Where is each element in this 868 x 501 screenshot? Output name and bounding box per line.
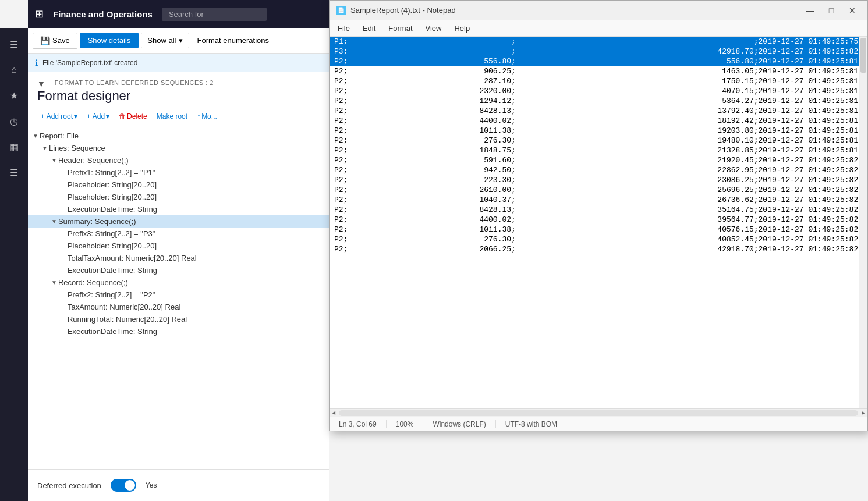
notepad-row[interactable]: P2;223.30;23086.25;2019-12-27 01:49:25:8… [330,175,867,185]
notepad-row[interactable]: P3;;42918.70;2019-12-27 01:49:25:824 [330,47,867,56]
scroll-right-button[interactable]: ▶ [859,409,867,417]
sidebar-icon-menu[interactable]: ☰ [2,33,26,56]
notepad-row[interactable]: P2;4400.02;39564.77;2019-12-27 01:49:25:… [330,215,867,225]
notepad-row[interactable]: P2;942.50;22862.95;2019-12-27 01:49:25:8… [330,165,867,175]
close-button[interactable]: ✕ [844,2,860,19]
notepad-row[interactable]: P2;1848.75;21328.85;2019-12-27 01:49:25:… [330,145,867,155]
cursor-position: Ln 3, Col 69 [334,420,387,428]
tree-arrow-down[interactable] [42,145,48,151]
app-title: Finance and Operations [53,9,153,19]
tree-arrow-down[interactable] [51,279,57,286]
tree-arrow-down[interactable] [33,133,38,139]
maximize-button[interactable]: □ [823,2,839,19]
tree-item[interactable]: ▼ ExecutionDateTime: String [28,325,329,337]
tree-item[interactable]: Summary: Sequence(;) [28,215,329,228]
delete-button[interactable]: 🗑 Delete [115,111,151,122]
notepad-row[interactable]: P2;591.60;21920.45;2019-12-27 01:49:25:8… [330,155,867,165]
tree-item[interactable]: ▼ ExecutionDateTime: String [28,264,329,276]
notepad-row[interactable]: P2;276.30;19480.10;2019-12-27 01:49:25:8… [330,136,867,145]
left-sidebar: ☰ ⌂ ★ ◷ ▦ ☰ [0,28,28,501]
notepad-row[interactable]: P2;276.30;40852.45;2019-12-27 01:49:25:8… [330,234,867,244]
tree-item[interactable]: Report: File [28,130,329,142]
sidebar-icon-home[interactable]: ⌂ [2,58,26,81]
tree-item[interactable]: ▼ TotalTaxAmount: Numeric[20..20] Real [28,252,329,264]
tree-item[interactable]: ▼ ExecutionDateTime: String [28,203,329,215]
notepad-row[interactable]: P2;4400.02;18192.42;2019-12-27 01:49:25:… [330,116,867,126]
tree-item[interactable]: Header: Sequence(;) [28,154,329,166]
menu-format[interactable]: Format [382,22,418,34]
notepad-statusbar: Ln 3, Col 69 100% Windows (CRLF) UTF-8 w… [330,417,867,431]
show-all-button[interactable]: Show all ▾ [141,33,189,48]
tree-item[interactable]: ▼ Prefix3: String[2..2] = "P3" [28,228,329,240]
notepad-row[interactable]: P2;556.80;556.80;2019-12-27 01:49:25:814 [330,56,867,66]
notepad-row[interactable]: P2;1011.38;40576.15;2019-12-27 01:49:25:… [330,225,867,234]
page-subtitle: FORMAT TO LEARN DEFERRED SEQUENCES : 2 [55,79,214,86]
save-button[interactable]: 💾 Save [33,33,77,49]
notepad-row[interactable]: P2;2320.00;4070.15;2019-12-27 01:49:25:8… [330,86,867,96]
tree-item-label: TotalTaxAmount: Numeric[20..20] Real [68,254,197,262]
info-icon: ℹ [35,58,38,67]
show-all-chevron: ▾ [179,36,183,45]
app-grid-icon: ⊞ [35,8,44,20]
tree-item-label: ExecutionDateTime: String [68,327,157,336]
page-title-area: ▼ FORMAT TO LEARN DEFERRED SEQUENCES : 2… [28,72,329,108]
sidebar-icon-favorites[interactable]: ★ [2,84,26,107]
tree-item[interactable]: ▼ TaxAmount: Numeric[20..20] Real [28,301,329,313]
tree-toolbar: + Add root ▾ + Add ▾ 🗑 Delete Make root … [28,108,329,125]
scroll-left-button[interactable]: ◀ [330,409,338,417]
notepad-row[interactable]: P2;8428.13;35164.75;2019-12-27 01:49:25:… [330,205,867,215]
deferred-yes-label: Yes [146,481,157,489]
info-text: File 'SampleReport.txt' created [42,59,137,67]
sidebar-icon-modules[interactable]: ☰ [2,161,26,184]
tree-item-label: Record: Sequence(;) [58,278,128,287]
tree-item[interactable]: ▼ Prefix1: String[2..2] = "P1" [28,166,329,179]
notepad-row[interactable]: P1;;;2019-12-27 01:49:25:754 [330,37,867,47]
notepad-row[interactable]: P2;1011.38;19203.80;2019-12-27 01:49:25:… [330,126,867,136]
encoding: UTF-8 with BOM [496,420,566,428]
nav-search-input[interactable] [162,8,267,21]
nav-bar: ⊞ Finance and Operations [28,0,329,28]
add-root-button[interactable]: + Add root ▾ [37,111,81,122]
notepad-row[interactable]: P2;2610.00;25696.25;2019-12-27 01:49:25:… [330,185,867,195]
format-enumerations-button[interactable]: Format enumerations [192,33,275,48]
tree-item-label: Summary: Sequence(;) [58,217,136,226]
menu-view[interactable]: View [420,22,448,34]
add-button[interactable]: + Add ▾ [83,111,113,122]
sidebar-icon-workspaces[interactable]: ▦ [2,135,26,158]
horizontal-scrollbar[interactable]: ◀ ▶ [330,408,867,417]
tree-item[interactable]: ▼ Placeholder: String[20..20] [28,179,329,191]
toolbar: 💾 Save Show details Show all ▾ Format en… [28,28,329,54]
tree-item[interactable]: ▼ Placeholder: String[20..20] [28,191,329,203]
bottom-section: Deferred execution Yes [28,469,329,501]
menu-edit[interactable]: Edit [357,22,381,34]
move-button[interactable]: ↑ Mo... [193,111,221,122]
tree-item[interactable]: Lines: Sequence [28,142,329,154]
minimize-button[interactable]: — [802,2,819,19]
tree-container[interactable]: Report: File Lines: Sequence Header: Seq… [28,125,329,469]
notepad-row[interactable]: P2;8428.13;13792.40;2019-12-27 01:49:25:… [330,106,867,116]
tree-item[interactable]: ▼ Prefix2: String[2..2] = "P2" [28,289,329,301]
notepad-row[interactable]: P2;1040.37;26736.62;2019-12-27 01:49:25:… [330,195,867,205]
menu-file[interactable]: File [332,22,356,34]
tree-item-label: TaxAmount: Numeric[20..20] Real [68,303,180,311]
notepad-content[interactable]: P1;;;2019-12-27 01:49:25:754P3;;42918.70… [330,37,867,408]
vertical-scrollbar[interactable] [859,37,867,408]
deferred-toggle[interactable] [111,479,136,492]
menu-help[interactable]: Help [448,22,476,34]
tree-item[interactable]: Record: Sequence(;) [28,276,329,289]
notepad-row[interactable]: P2;287.10;1750.15;2019-12-27 01:49:25:81… [330,76,867,86]
deferred-execution-label: Deferred execution [37,481,101,490]
tree-item[interactable]: ▼ RunningTotal: Numeric[20..20] Real [28,313,329,325]
sidebar-icon-recent[interactable]: ◷ [2,109,26,133]
tree-item-label: Report: File [40,132,79,140]
scroll-track [339,410,858,416]
notepad-row[interactable]: P2;2066.25;42918.70;2019-12-27 01:49:25:… [330,244,867,254]
tree-arrow-down[interactable] [51,218,57,225]
make-root-button[interactable]: Make root [153,111,191,122]
show-details-button[interactable]: Show details [80,33,139,48]
notepad-row[interactable]: P2;1294.12;5364.27;2019-12-27 01:49:25:8… [330,96,867,106]
tree-arrow-down[interactable] [51,157,57,164]
notepad-title: SampleReport (4).txt - Notepad [350,6,798,15]
notepad-row[interactable]: P2;906.25;1463.05;2019-12-27 01:49:25:81… [330,66,867,76]
tree-item[interactable]: ▼ Placeholder: String[20..20] [28,240,329,252]
